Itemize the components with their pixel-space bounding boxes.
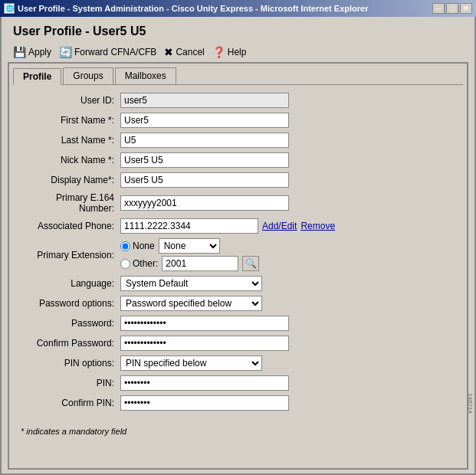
tab-profile[interactable]: Profile	[13, 68, 61, 85]
toolbar: 💾 Apply 🔄 Forward CFNA/CFB ✖ Cancel ❓ He…	[2, 42, 474, 62]
last-name-input[interactable]	[120, 133, 289, 148]
footer-note: * indicates a mandatory field	[9, 423, 467, 440]
confirm-password-label: Confirm Password:	[21, 338, 120, 349]
maximize-button[interactable]: □	[446, 3, 458, 14]
extension-other-row: Other: 🔍	[120, 256, 259, 271]
user-id-input[interactable]	[120, 93, 289, 108]
none-option-label: None	[133, 241, 155, 251]
form-area: User ID: First Name *: Last Name *: Nick…	[9, 85, 467, 423]
window-controls: ─ □ ✕	[432, 3, 472, 14]
primary-e164-input[interactable]	[120, 195, 289, 211]
side-marker: 146214	[467, 393, 474, 414]
user-id-row: User ID:	[21, 93, 455, 108]
last-name-label: Last Name *:	[21, 135, 120, 146]
tab-mailboxes[interactable]: Mailboxes	[115, 67, 176, 84]
assoc-phone-row: Associated Phone: Add/Edit Remove	[21, 218, 455, 234]
title-bar: 🌐 User Profile - System Administration -…	[0, 0, 476, 17]
remove-button[interactable]: Remove	[300, 221, 335, 231]
primary-e164-label: Primary E.164 Number:	[21, 192, 120, 214]
confirm-password-row: Confirm Password:	[21, 336, 455, 351]
nick-name-input[interactable]	[120, 152, 289, 168]
display-name-input[interactable]	[120, 172, 289, 188]
primary-ext-label: Primary Extension:	[21, 250, 120, 260]
primary-e164-row: Primary E.164 Number:	[21, 192, 455, 214]
confirm-password-input[interactable]	[120, 336, 289, 351]
help-label: Help	[228, 47, 247, 57]
pin-row: PIN:	[21, 375, 455, 391]
save-icon: 💾	[13, 46, 26, 58]
first-name-input[interactable]	[120, 113, 289, 128]
first-name-label: First Name *:	[21, 115, 120, 126]
language-select[interactable]: System Default	[120, 276, 262, 291]
pin-options-label: PIN options:	[21, 358, 120, 369]
phone-controls: Add/Edit Remove	[120, 218, 335, 234]
search-icon: 🔍	[245, 258, 257, 269]
password-options-row: Password options: Password specified bel…	[21, 296, 455, 311]
none-radio-label: None	[120, 241, 155, 251]
display-name-row: Display Name*:	[21, 172, 455, 188]
nick-name-row: Nick Name *:	[21, 152, 455, 168]
forward-icon: 🔄	[59, 46, 72, 58]
pin-options-select[interactable]: PIN specified below	[120, 355, 262, 371]
assoc-phone-input[interactable]	[120, 218, 258, 234]
cancel-button[interactable]: ✖ Cancel	[164, 46, 204, 58]
user-id-label: User ID:	[21, 95, 120, 106]
none-radio[interactable]	[120, 241, 130, 251]
content-area: Profile Groups Mailboxes User ID: First …	[8, 62, 468, 470]
nick-name-label: Nick Name *:	[21, 155, 120, 165]
other-extension-input[interactable]	[162, 256, 238, 271]
password-options-label: Password options:	[21, 298, 120, 309]
password-input[interactable]	[120, 316, 289, 331]
cancel-label: Cancel	[176, 47, 204, 57]
forward-label: Forward CFNA/CFB	[74, 47, 156, 57]
tab-groups[interactable]: Groups	[63, 67, 113, 84]
other-radio-label: Other:	[120, 258, 158, 269]
main-window: User Profile - User5 U5 💾 Apply 🔄 Forwar…	[0, 17, 476, 475]
other-radio[interactable]	[120, 259, 130, 269]
help-button[interactable]: ❓ Help	[212, 46, 247, 58]
page-title: User Profile - User5 U5	[13, 25, 463, 38]
last-name-row: Last Name *:	[21, 133, 455, 148]
search-extension-button[interactable]: 🔍	[242, 256, 259, 271]
pin-options-row: PIN options: PIN specified below	[21, 355, 455, 371]
confirm-pin-label: Confirm PIN:	[21, 398, 120, 408]
confirm-pin-row: Confirm PIN:	[21, 395, 455, 411]
pin-input[interactable]	[120, 375, 289, 391]
minimize-button[interactable]: ─	[432, 3, 445, 14]
pin-label: PIN:	[21, 378, 120, 388]
app-icon: 🌐	[4, 3, 15, 14]
assoc-phone-label: Associated Phone:	[21, 221, 120, 231]
add-edit-button[interactable]: Add/Edit	[262, 221, 297, 231]
display-name-label: Display Name*:	[21, 175, 120, 185]
close-button[interactable]: ✕	[460, 3, 472, 14]
forward-button[interactable]: 🔄 Forward CFNA/CFB	[59, 46, 156, 58]
help-icon: ❓	[212, 46, 225, 58]
other-label: Other:	[133, 258, 158, 269]
page-title-area: User Profile - User5 U5	[2, 17, 474, 42]
password-options-select[interactable]: Password specified below	[120, 296, 262, 311]
password-row: Password:	[21, 316, 455, 331]
password-label: Password:	[21, 318, 120, 329]
language-label: Language:	[21, 278, 120, 289]
apply-button[interactable]: 💾 Apply	[13, 46, 51, 58]
extension-none-row: None None	[120, 238, 259, 254]
window-title: User Profile - System Administration - C…	[18, 4, 368, 13]
apply-label: Apply	[28, 47, 51, 57]
first-name-row: First Name *:	[21, 113, 455, 128]
language-row: Language: System Default	[21, 276, 455, 291]
primary-ext-row: Primary Extension: None None	[21, 238, 455, 271]
extension-container: None None Other: 🔍	[120, 238, 259, 271]
cancel-icon: ✖	[164, 46, 173, 58]
confirm-pin-input[interactable]	[120, 395, 289, 411]
tabs-container: Profile Groups Mailboxes	[9, 64, 467, 84]
none-select[interactable]: None	[159, 238, 220, 254]
